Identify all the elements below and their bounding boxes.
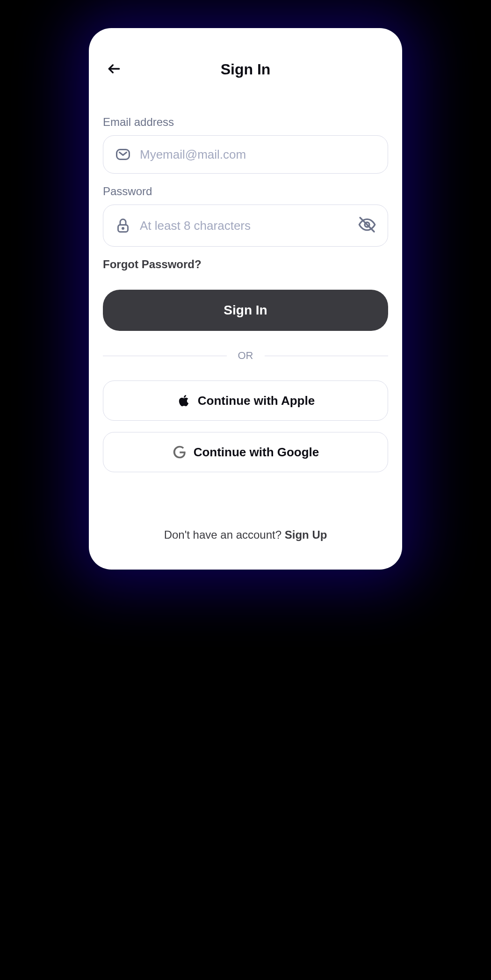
header: Sign In (103, 47, 388, 116)
email-label: Email address (103, 116, 388, 129)
google-icon (172, 445, 187, 460)
email-field[interactable] (140, 147, 376, 162)
password-group: Password (103, 185, 388, 247)
password-label: Password (103, 185, 388, 198)
google-signin-button[interactable]: Continue with Google (103, 432, 388, 472)
back-button[interactable] (107, 61, 122, 78)
footer: Don't have an account? Sign Up (103, 528, 388, 551)
signup-link[interactable]: Sign Up (285, 528, 327, 541)
password-field[interactable] (140, 219, 349, 233)
lock-icon (115, 217, 131, 234)
password-input-wrapper[interactable] (103, 205, 388, 247)
apple-signin-button[interactable]: Continue with Apple (103, 380, 388, 421)
divider-line-right (265, 356, 389, 356)
signin-screen: Sign In Email address Password (89, 28, 402, 570)
divider-line-left (103, 356, 227, 356)
forgot-password-link[interactable]: Forgot Password? (103, 258, 388, 271)
email-input-wrapper[interactable] (103, 135, 388, 174)
apple-button-label: Continue with Apple (198, 394, 315, 408)
arrow-left-icon (107, 61, 122, 78)
signup-prompt: Don't have an account? (164, 528, 285, 541)
eye-off-icon (358, 215, 376, 236)
or-divider: OR (103, 350, 388, 362)
email-icon (115, 146, 131, 163)
apple-icon (176, 393, 191, 408)
visibility-toggle[interactable] (358, 215, 376, 236)
svg-point-3 (123, 228, 124, 229)
signin-button[interactable]: Sign In (103, 290, 388, 331)
page-title: Sign In (221, 61, 271, 78)
google-button-label: Continue with Google (194, 445, 319, 460)
divider-text: OR (238, 350, 253, 362)
email-group: Email address (103, 116, 388, 174)
